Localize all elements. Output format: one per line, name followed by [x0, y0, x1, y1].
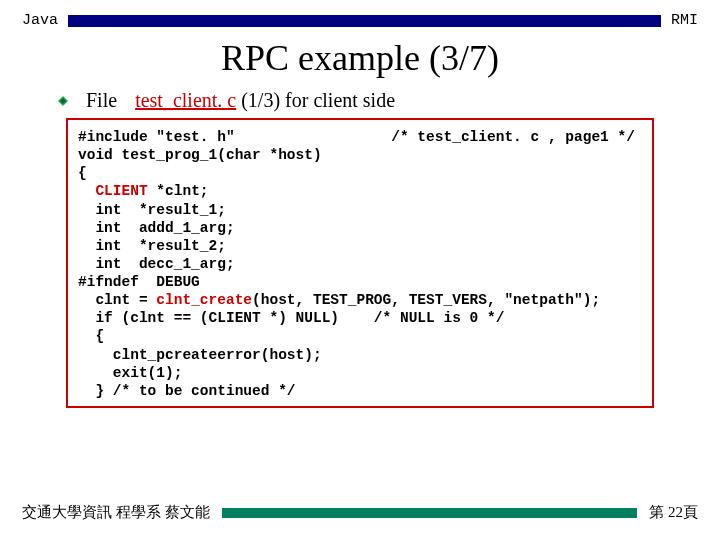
code-line: (host, TEST_PROG, TEST_VERS, "netpath");	[252, 292, 600, 308]
code-line: } /* to be continued */	[78, 383, 296, 399]
footer-left-label: 交通大學資訊 程學系 蔡文能	[22, 503, 210, 522]
bullet-icon	[58, 96, 68, 106]
code-line: int *result_1;	[78, 202, 226, 218]
code-line: clnt =	[78, 292, 156, 308]
code-line: int *result_2;	[78, 238, 226, 254]
code-line: /* test_client. c , page1 */	[235, 129, 635, 145]
file-filename: test_client. c	[135, 89, 236, 111]
file-description-line: File test_client. c (1/3) for client sid…	[58, 89, 698, 112]
code-line: {	[78, 165, 87, 181]
slide-root: Java RMI RPC example (3/7) File test_cli…	[0, 0, 720, 540]
code-line: clnt_pcreateerror(host);	[78, 347, 322, 363]
file-text: test_client. c (1/3) for client side	[135, 89, 395, 112]
code-keyword: clnt_create	[156, 292, 252, 308]
code-line	[78, 183, 95, 199]
code-line: {	[78, 328, 104, 344]
code-line: exit(1);	[78, 365, 182, 381]
code-line: #include "test. h"	[78, 129, 235, 145]
code-line: void test_prog_1(char *host)	[78, 147, 322, 163]
code-line: if (clnt == (CLIENT *) NULL) /* NULL is …	[78, 310, 504, 326]
header-left-label: Java	[22, 12, 58, 29]
file-rest: (1/3) for client side	[236, 89, 395, 111]
footer-page-number: 第 22頁	[649, 503, 698, 522]
file-label: File	[86, 89, 117, 112]
code-line: int addd_1_arg;	[78, 220, 235, 236]
code-line: int decc_1_arg;	[78, 256, 235, 272]
header-rule	[68, 15, 661, 27]
code-line: *clnt;	[148, 183, 209, 199]
code-line: #ifndef DEBUG	[78, 274, 200, 290]
code-block: #include "test. h" /* test_client. c , p…	[66, 118, 654, 408]
footer-bar: 交通大學資訊 程學系 蔡文能 第 22頁	[22, 503, 698, 522]
slide-title: RPC example (3/7)	[22, 37, 698, 79]
header-right-label: RMI	[671, 12, 698, 29]
header-bar: Java RMI	[22, 0, 698, 29]
code-keyword: CLIENT	[95, 183, 147, 199]
footer-rule	[222, 508, 638, 518]
